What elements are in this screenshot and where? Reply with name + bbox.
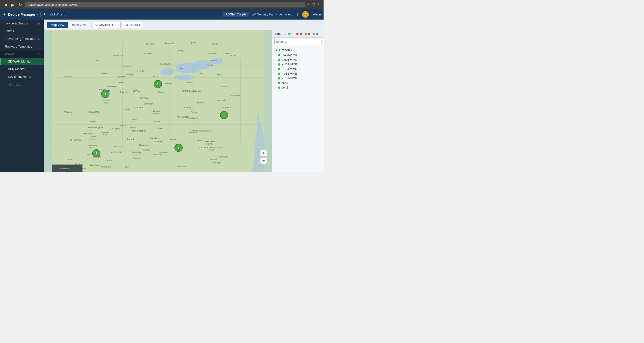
svg-text:MICHIGAN: MICHIGAN — [144, 52, 152, 54]
grid-icon[interactable]: ⊞ — [3, 12, 6, 17]
map-area[interactable]: ALASKA KANSAS OKLAHOMA TEXAS MISSOURI AR… — [44, 30, 272, 172]
marker-circle-1[interactable]: 1 — [101, 90, 109, 98]
tree-item-hub1-vpn1[interactable]: HUB1-VPN1 — [272, 62, 324, 67]
svg-text:Cleveland: Cleveland — [186, 82, 194, 84]
all-devices-dropdown[interactable]: All Devices ▾ — [92, 22, 121, 28]
tree-item-port1[interactable]: port1 — [272, 81, 324, 85]
marker-circle-5[interactable]: 1 — [174, 144, 183, 152]
tree-label-cloud-vpn2: Cloud-VPN2 — [282, 58, 297, 61]
svg-text:Asheville: Asheville — [170, 138, 176, 140]
svg-text:Norfolk: Norfolk — [207, 143, 213, 145]
view-toggle: Map View Table View — [47, 22, 90, 28]
zoom-in-button[interactable]: + — [260, 150, 267, 157]
app-title-dropdown[interactable]: ▾ — [37, 13, 38, 16]
svg-text:Huntsville: Huntsville — [143, 149, 150, 151]
marker-circle-3[interactable]: 1 — [220, 111, 228, 119]
svg-text:Milwaukee: Milwaukee — [125, 74, 133, 75]
status-red-count: 0 — [300, 32, 302, 36]
marker-circle-2[interactable]: 1 — [154, 80, 162, 88]
svg-text:Lexington: Lexington — [153, 110, 160, 112]
svg-text:Knoxville: Knoxville — [156, 128, 162, 129]
star-icon[interactable]: ☆ — [307, 3, 310, 7]
sidebar-item-device-groups[interactable]: Device & Groups ▶ — [0, 20, 44, 27]
forward-button[interactable]: ▶ — [10, 2, 15, 8]
map-marker-4[interactable]: 1 — [92, 149, 100, 157]
table-view-button[interactable]: Table View — [68, 22, 90, 28]
tree-item-cloud-vpn2[interactable]: Cloud-VPN2 — [272, 57, 324, 62]
svg-text:ILLINOIS: ILLINOIS — [118, 76, 125, 78]
map-marker-2[interactable]: 1 — [154, 80, 162, 88]
marker-circle-4[interactable]: 1 — [92, 149, 100, 157]
svg-text:Wichita: Wichita — [90, 121, 95, 122]
header-divider — [40, 12, 41, 17]
svg-text:Wilmington: Wilmington — [213, 162, 221, 164]
svg-text:Kingston: Kingston — [212, 43, 218, 45]
svg-text:ALABAMA: ALABAMA — [132, 151, 141, 153]
sidebar-section-monitors[interactable]: Monitors ▼ — [0, 50, 44, 58]
content-area: Map View Table View All Devices ▾ ⚙ Filt… — [44, 20, 324, 172]
svg-text:CHEROKEE: CHEROKEE — [101, 131, 109, 133]
sidebar-item-inventory[interactable]: Device Inventory — [0, 73, 44, 81]
tree-group-branch3[interactable]: ▲ Branch3 — [272, 48, 324, 53]
url-bar[interactable]: >:/app/#/adom/dvm/main/monitor/sdwan/ — [25, 2, 305, 7]
tree-item-cloud-vpn1[interactable]: Cloud-VPN1 — [272, 53, 324, 57]
tree-item-port2[interactable]: port2 — [272, 85, 324, 90]
sidebar-label-vpn: VPN Monitor — [8, 67, 26, 71]
adom-badge[interactable]: ADOM: CorpA — [223, 12, 249, 17]
sidebar-item-provisioning[interactable]: Provisioning Templates ▶ — [0, 35, 44, 43]
zoom-out-button[interactable]: − — [260, 157, 267, 164]
tree-label-hub1-vpn2: HUB1-VPN2 — [282, 67, 298, 71]
svg-text:NATION: NATION — [89, 147, 94, 148]
svg-text:Rochester: Rochester — [223, 52, 231, 54]
svg-text:Evansville: Evansville — [127, 138, 135, 140]
map-marker-5[interactable]: 1 — [174, 144, 183, 152]
filters-label: Filters — [129, 23, 138, 27]
install-wizard-button[interactable]: ⬇ Install Wizard — [43, 13, 65, 16]
security-fabric-btn[interactable]: 🔗 Security Fabric Demo ▶... — [252, 13, 293, 16]
svg-text:Jacksonville: Jacksonville — [177, 165, 186, 167]
sidebar-label-firmware: Firmware Templates — [4, 45, 32, 48]
sidebar-item-firmware[interactable]: Firmware Templates — [0, 43, 44, 50]
admin-avatar[interactable]: A — [302, 11, 309, 18]
help-button[interactable]: ? — [296, 12, 299, 17]
panel-search-input[interactable] — [274, 39, 321, 44]
svg-text:Pittsburgh: Pittsburgh — [193, 90, 201, 92]
svg-text:MARYLAND: MARYLAND — [217, 99, 226, 101]
tree-item-hub2-vpn2[interactable]: HUB2-VPN2 — [272, 76, 324, 81]
status-gray-dot — [312, 33, 315, 35]
svg-text:Branson: Branson — [130, 127, 136, 128]
sidebar-label-monitors: Monitors — [4, 52, 15, 56]
download-icon: ⬇ — [43, 13, 46, 16]
admin-label: admin — [312, 13, 321, 16]
sidebar-item-vpn[interactable]: VPN Monitor — [0, 65, 44, 73]
svg-text:CHICKASAW: CHICKASAW — [88, 144, 97, 146]
filter-icon: ⚙ — [125, 23, 128, 27]
map-marker-3[interactable]: 1 — [220, 111, 228, 119]
tree-group-label: Branch3 — [279, 48, 292, 52]
map-view-button[interactable]: Map View — [47, 22, 68, 28]
arrow-icon-mon: ▼ — [38, 53, 40, 56]
back-button[interactable]: ◀ — [3, 2, 8, 8]
map-container: ALASKA KANSAS OKLAHOMA TEXAS MISSOURI AR… — [44, 30, 324, 172]
map-marker-1[interactable]: 1 — [101, 90, 109, 98]
tree-item-hub2-vpn1[interactable]: HUB2-VPN1 — [272, 71, 324, 76]
status-orange-count: 0 — [308, 32, 310, 36]
tree-item-hub1-vpn2[interactable]: HUB1-VPN2 — [272, 67, 324, 71]
svg-text:Birmingham: Birmingham — [159, 151, 168, 153]
refresh-button[interactable]: ↻ — [18, 2, 23, 8]
sidebar-item-ai: AI Analysis — [0, 81, 44, 89]
tree-label-port1: port1 — [282, 81, 288, 84]
sidebar-label-ai: AI Analysis — [8, 83, 23, 86]
menu-icon[interactable]: ⋮ — [317, 3, 320, 7]
sidebar-item-sdwan[interactable]: SD-WAN Monitor — [0, 58, 44, 65]
svg-text:Austin: Austin — [68, 158, 73, 160]
filters-button[interactable]: ⚙ Filters ▾ — [123, 22, 143, 28]
sidebar-item-scripts[interactable]: Scripts — [0, 27, 44, 35]
map-svg: ALASKA KANSAS OKLAHOMA TEXAS MISSOURI AR… — [44, 30, 272, 172]
admin-initial: A — [304, 13, 307, 16]
svg-text:FORTINET: FORTINET — [59, 167, 71, 170]
tree-label-hub2-vpn1: HUB2-VPN1 — [282, 72, 298, 75]
svg-text:Traverse City: Traverse City — [165, 42, 175, 44]
svg-text:Lexington: Lexington — [130, 118, 137, 120]
svg-text:Cedar Rapids: Cedar Rapids — [107, 85, 117, 87]
